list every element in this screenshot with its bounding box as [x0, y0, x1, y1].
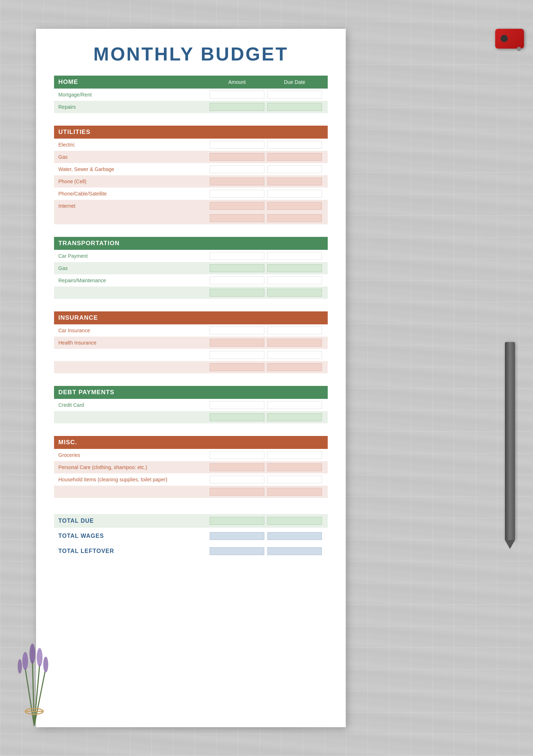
table-row	[54, 486, 328, 498]
repairs-label: Repairs	[58, 104, 208, 110]
transportation-label: TRANSPORTATION	[58, 240, 208, 247]
insurance-extra2-due-input[interactable]	[267, 363, 322, 371]
household-amount-input[interactable]	[210, 476, 264, 483]
table-row: Car Insurance	[54, 324, 328, 337]
misc-section: MISC. Groceries Personal Care (clothing,…	[54, 436, 328, 498]
household-due-input[interactable]	[267, 476, 322, 483]
table-row: Personal Care (clothing, shampoo: etc.)	[54, 461, 328, 473]
total-due-amount-input[interactable]	[210, 517, 264, 525]
gas-transport-amount-input[interactable]	[210, 264, 264, 272]
electric-due-input[interactable]	[267, 141, 322, 149]
transport-extra-amount-input[interactable]	[210, 289, 264, 297]
table-row: Electric	[54, 139, 328, 151]
repairs-maintenance-due-input[interactable]	[267, 276, 322, 284]
credit-card-label: Credit Card	[58, 402, 208, 408]
pen-tip	[505, 540, 515, 549]
svg-point-7	[43, 657, 48, 672]
repairs-maintenance-amount-input[interactable]	[210, 276, 264, 284]
car-insurance-due-input[interactable]	[267, 327, 322, 334]
table-row	[54, 212, 328, 224]
phone-cable-amount-input[interactable]	[210, 190, 264, 198]
table-row: Household Items (cleaning supplies, toil…	[54, 473, 328, 486]
health-insurance-label: Health Insurance	[58, 340, 208, 346]
gas-due-input[interactable]	[267, 153, 322, 161]
personal-care-amount-input[interactable]	[210, 463, 264, 471]
total-leftover-amount-input[interactable]	[210, 547, 264, 555]
water-amount-input[interactable]	[210, 165, 264, 173]
total-due-date-input[interactable]	[267, 517, 322, 525]
personal-care-due-input[interactable]	[267, 463, 322, 471]
gas-utilities-label: Gas	[58, 154, 208, 160]
home-section: HOME Amount Due Date Mortgage/Rent Repai…	[54, 76, 328, 113]
electric-amount-input[interactable]	[210, 141, 264, 149]
table-row: Car Payment	[54, 250, 328, 262]
misc-extra-amount-input[interactable]	[210, 488, 264, 496]
utilities-label: UTILITIES	[58, 129, 208, 136]
total-wages-label: TOTAL WAGES	[58, 533, 208, 539]
groceries-due-input[interactable]	[267, 451, 322, 459]
table-row: Phone/Cable/Satellite	[54, 188, 328, 200]
table-row	[54, 349, 328, 361]
total-due-row: TOTAL DUE	[54, 514, 328, 528]
household-items-label: Household Items (cleaning supplies, toil…	[58, 477, 208, 482]
gas-transport-due-input[interactable]	[267, 264, 322, 272]
car-insurance-amount-input[interactable]	[210, 327, 264, 334]
total-wages-date-input[interactable]	[267, 532, 322, 540]
utilities-extra-due-input[interactable]	[267, 214, 322, 222]
phone-cell-amount-input[interactable]	[210, 177, 264, 185]
table-row: Health Insurance	[54, 337, 328, 349]
phone-cable-label: Phone/Cable/Satellite	[58, 191, 208, 197]
svg-line-2	[34, 665, 40, 726]
table-row: Internet	[54, 200, 328, 212]
phone-cell-label: Phone (Cell)	[58, 179, 208, 184]
transport-extra-due-input[interactable]	[267, 289, 322, 297]
transportation-section: TRANSPORTATION Car Payment Gas Repairs/M…	[54, 237, 328, 299]
sharpener-screw	[517, 47, 521, 51]
table-row: Credit Card	[54, 399, 328, 411]
budget-paper: MONTHLY BUDGET HOME Amount Due Date Mort…	[36, 29, 346, 727]
car-payment-due-input[interactable]	[267, 252, 322, 260]
utilities-extra-amount-input[interactable]	[210, 214, 264, 222]
total-wages-amount-input[interactable]	[210, 532, 264, 540]
table-row: Groceries	[54, 449, 328, 461]
mortgage-due-input[interactable]	[267, 91, 322, 99]
water-due-input[interactable]	[267, 165, 322, 173]
transportation-header: TRANSPORTATION	[54, 237, 328, 250]
mortgage-rent-label: Mortgage/Rent	[58, 92, 208, 98]
electric-label: Electric	[58, 142, 208, 148]
credit-card-due-input[interactable]	[267, 401, 322, 409]
misc-header: MISC.	[54, 436, 328, 449]
gas-amount-input[interactable]	[210, 153, 264, 161]
mortgage-amount-input[interactable]	[210, 91, 264, 99]
personal-care-label: Personal Care (clothing, shampoo: etc.)	[58, 464, 208, 470]
car-payment-amount-input[interactable]	[210, 252, 264, 260]
svg-point-4	[22, 652, 28, 670]
table-row: Mortgage/Rent	[54, 89, 328, 101]
credit-card-amount-input[interactable]	[210, 401, 264, 409]
phone-cell-due-input[interactable]	[267, 177, 322, 185]
debt-extra-due-input[interactable]	[267, 413, 322, 421]
insurance-extra1-amount-input[interactable]	[210, 351, 264, 359]
debt-extra-amount-input[interactable]	[210, 413, 264, 421]
table-row	[54, 287, 328, 299]
total-leftover-label: TOTAL LEFTOVER	[58, 548, 208, 554]
debt-section: DEBT PAYMENTS Credit Card	[54, 386, 328, 423]
table-row: Gas	[54, 151, 328, 163]
health-insurance-due-input[interactable]	[267, 339, 322, 347]
insurance-extra1-due-input[interactable]	[267, 351, 322, 359]
misc-label: MISC.	[58, 439, 208, 446]
phone-cable-due-input[interactable]	[267, 190, 322, 198]
repairs-due-input[interactable]	[267, 103, 322, 111]
misc-extra-due-input[interactable]	[267, 488, 322, 496]
health-insurance-amount-input[interactable]	[210, 339, 264, 347]
groceries-amount-input[interactable]	[210, 451, 264, 459]
svg-point-6	[37, 648, 42, 667]
insurance-extra2-amount-input[interactable]	[210, 363, 264, 371]
total-leftover-date-input[interactable]	[267, 547, 322, 555]
pen-body	[505, 342, 515, 540]
table-row: Gas	[54, 262, 328, 274]
repairs-amount-input[interactable]	[210, 103, 264, 111]
internet-due-input[interactable]	[267, 202, 322, 210]
internet-amount-input[interactable]	[210, 202, 264, 210]
repairs-maintenance-label: Repairs/Maintenance	[58, 278, 208, 283]
